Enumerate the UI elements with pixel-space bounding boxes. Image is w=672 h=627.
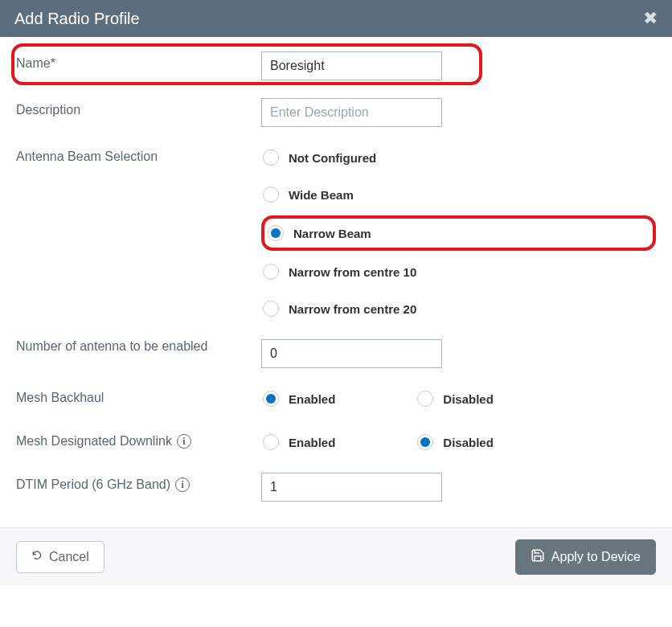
dtim-input[interactable] bbox=[261, 473, 442, 502]
mesh-backhaul-label: Mesh Backhaul bbox=[16, 386, 261, 405]
radio-mesh-backhaul-disabled[interactable]: Disabled bbox=[416, 386, 502, 412]
antenna-beam-radio-group: Not Configured Wide Beam Narrow Beam bbox=[261, 145, 656, 322]
radio-narrow-beam[interactable]: Narrow Beam bbox=[266, 220, 379, 246]
radio-icon bbox=[268, 225, 284, 241]
radio-label: Not Configured bbox=[289, 151, 376, 165]
description-input[interactable] bbox=[261, 98, 442, 127]
description-label: Description bbox=[16, 98, 261, 117]
apply-button[interactable]: Apply to Device bbox=[515, 539, 656, 575]
save-icon bbox=[531, 548, 545, 566]
row-num-antenna: Number of antenna to be enabled bbox=[16, 339, 656, 368]
radio-icon bbox=[263, 264, 279, 280]
radio-icon bbox=[417, 434, 433, 450]
form-body: Name* Description Antenna Beam Selection… bbox=[0, 37, 672, 527]
row-mesh-downlink: Mesh Designated Downlink i Enabled Disab… bbox=[16, 429, 656, 455]
mesh-backhaul-radio-group: Enabled Disabled bbox=[261, 386, 656, 412]
mesh-downlink-label: Mesh Designated Downlink i bbox=[16, 429, 261, 449]
info-icon[interactable]: i bbox=[175, 477, 190, 492]
radio-icon bbox=[263, 186, 279, 203]
num-antenna-input[interactable] bbox=[261, 339, 442, 368]
radio-label: Narrow from centre 10 bbox=[289, 265, 416, 279]
radio-narrow-centre-20[interactable]: Narrow from centre 20 bbox=[261, 296, 656, 322]
name-input[interactable] bbox=[261, 51, 442, 80]
radio-label: Narrow from centre 20 bbox=[289, 302, 416, 316]
radio-not-configured[interactable]: Not Configured bbox=[261, 145, 656, 170]
radio-icon bbox=[263, 391, 279, 407]
radio-wide-beam[interactable]: Wide Beam bbox=[261, 182, 656, 207]
dtim-label: DTIM Period (6 GHz Band) i bbox=[16, 473, 261, 492]
info-icon[interactable]: i bbox=[177, 434, 191, 449]
radio-label: Disabled bbox=[443, 436, 494, 449]
radio-narrow-centre-10[interactable]: Narrow from centre 10 bbox=[261, 259, 656, 285]
radio-icon bbox=[263, 150, 279, 166]
radio-icon bbox=[417, 391, 433, 407]
radio-label: Enabled bbox=[289, 436, 335, 449]
add-radio-profile-dialog: Add Radio Profile ✖ Name* Description An… bbox=[0, 0, 672, 586]
antenna-beam-label: Antenna Beam Selection bbox=[16, 145, 261, 164]
radio-label: Wide Beam bbox=[289, 188, 354, 202]
row-antenna-beam: Antenna Beam Selection Not Configured Wi… bbox=[16, 145, 656, 322]
dialog-titlebar: Add Radio Profile ✖ bbox=[0, 0, 672, 37]
radio-mesh-downlink-enabled[interactable]: Enabled bbox=[261, 429, 343, 455]
cancel-label: Cancel bbox=[49, 550, 89, 564]
radio-mesh-backhaul-enabled[interactable]: Enabled bbox=[261, 386, 343, 412]
row-description: Description bbox=[16, 98, 656, 127]
apply-label: Apply to Device bbox=[551, 550, 641, 564]
row-dtim: DTIM Period (6 GHz Band) i bbox=[16, 473, 656, 502]
undo-icon bbox=[31, 550, 43, 564]
radio-icon bbox=[263, 301, 279, 317]
close-icon[interactable]: ✖ bbox=[643, 8, 658, 29]
radio-label: Enabled bbox=[289, 392, 335, 406]
dialog-title: Add Radio Profile bbox=[14, 10, 140, 28]
radio-label: Disabled bbox=[443, 392, 494, 406]
row-name: Name* bbox=[16, 51, 656, 80]
cancel-button[interactable]: Cancel bbox=[16, 541, 104, 573]
mesh-downlink-radio-group: Enabled Disabled bbox=[261, 429, 656, 455]
name-label: Name* bbox=[16, 51, 261, 71]
dialog-footer: Cancel Apply to Device bbox=[0, 527, 672, 586]
radio-icon bbox=[263, 434, 279, 450]
radio-mesh-downlink-disabled[interactable]: Disabled bbox=[416, 429, 502, 455]
radio-label: Narrow Beam bbox=[293, 227, 371, 240]
row-mesh-backhaul: Mesh Backhaul Enabled Disabled bbox=[16, 386, 656, 412]
highlight-narrow-beam: Narrow Beam bbox=[261, 215, 656, 251]
num-antenna-label: Number of antenna to be enabled bbox=[16, 339, 261, 354]
